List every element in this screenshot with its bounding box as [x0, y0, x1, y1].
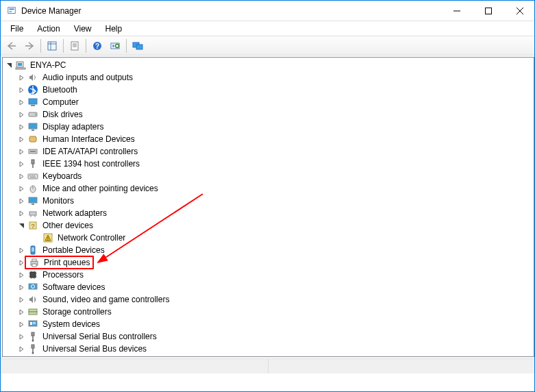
tree-item-ide-ata-atapi-controllers[interactable]: IDE ATA/ATAPI controllers: [3, 145, 534, 158]
window-title: Device Manager: [21, 6, 81, 16]
svg-rect-33: [30, 151, 36, 152]
tree-item-print-queues[interactable]: Print queues: [3, 256, 534, 269]
svg-rect-69: [29, 309, 37, 312]
warning-icon: !: [42, 232, 53, 243]
tree-item-label: Keyboards: [41, 171, 83, 181]
keyboard-icon: [27, 171, 38, 182]
expander-icon[interactable]: [16, 196, 26, 206]
display-icon: [27, 121, 38, 132]
tree-item-label: Sound, video and game controllers: [41, 295, 171, 304]
tree-item-network-controller[interactable]: ! Network Controller: [3, 232, 534, 244]
monitor-icon: [27, 195, 38, 206]
tree-item-processors[interactable]: Processors: [3, 269, 534, 281]
expander-spacer: [32, 233, 41, 243]
device-tree[interactable]: ENYA-PC Audio inputs and outputs Bluetoo…: [2, 57, 534, 357]
expander-icon[interactable]: [16, 332, 26, 341]
expander-icon[interactable]: [16, 221, 26, 230]
expander-icon[interactable]: [16, 245, 26, 255]
usb-icon: [27, 331, 38, 342]
expander-icon[interactable]: [16, 295, 26, 304]
expander-icon[interactable]: [16, 97, 26, 107]
svg-rect-44: [32, 204, 34, 205]
expander-icon[interactable]: [16, 208, 26, 218]
expander-icon[interactable]: [16, 159, 26, 169]
toolbar-scan-hardware-button[interactable]: [107, 38, 123, 53]
tree-item-label: Mice and other pointing devices: [41, 184, 160, 193]
svg-rect-45: [29, 212, 36, 215]
svg-point-28: [35, 114, 36, 115]
svg-rect-70: [29, 312, 37, 315]
tree-item-keyboards[interactable]: Keyboards: [3, 170, 534, 182]
expander-icon[interactable]: [16, 282, 26, 292]
tree-item-bluetooth[interactable]: Bluetooth: [3, 84, 534, 96]
svg-rect-2: [10, 11, 12, 12]
app-icon: [6, 5, 17, 16]
tree-item-sound-video-and-game-controllers[interactable]: Sound, video and game controllers: [3, 293, 534, 306]
printer-icon: [29, 257, 40, 268]
menu-action[interactable]: Action: [32, 23, 65, 35]
expander-icon[interactable]: [16, 319, 26, 329]
tree-item-computer[interactable]: Computer: [3, 96, 534, 108]
svg-rect-0: [8, 7, 16, 13]
other-icon: ?: [27, 220, 38, 231]
speaker-icon: [27, 72, 38, 83]
expander-icon[interactable]: [16, 122, 26, 132]
menu-help[interactable]: Help: [100, 23, 128, 35]
computer-icon: [27, 97, 38, 108]
menu-file[interactable]: File: [5, 23, 29, 35]
tree-item-universal-serial-bus-devices[interactable]: Universal Serial Bus devices: [3, 343, 534, 355]
expander-icon[interactable]: [16, 307, 26, 317]
expander-icon[interactable]: [16, 270, 26, 280]
maximize-button[interactable]: [473, 1, 504, 21]
tree-root-node[interactable]: ENYA-PC: [3, 59, 534, 71]
close-button[interactable]: [504, 1, 535, 21]
tree-item-label: Universal Serial Bus devices: [41, 344, 148, 354]
tree-item-label: Software devices: [41, 282, 106, 292]
tree-item-label: Processors: [41, 270, 85, 280]
tree-item-audio-inputs-and-outputs[interactable]: Audio inputs and outputs: [3, 71, 534, 84]
toolbar-help-button[interactable]: ?: [89, 38, 105, 53]
tree-item-human-interface-devices[interactable]: Human Interface Devices: [3, 133, 534, 145]
menu-view[interactable]: View: [69, 23, 97, 35]
tree-item-software-devices[interactable]: Software devices: [3, 281, 534, 293]
toolbar-separator: [126, 39, 127, 53]
expander-icon[interactable]: [16, 344, 26, 354]
tree-item-other-devices[interactable]: ? Other devices: [3, 219, 534, 232]
expander-icon[interactable]: [16, 171, 26, 181]
toolbar-back-button[interactable]: [3, 38, 20, 53]
minimize-button[interactable]: [441, 1, 473, 21]
tree-item-network-adapters[interactable]: Network adapters: [3, 207, 534, 219]
tree-item-monitors[interactable]: Monitors: [3, 195, 534, 207]
svg-rect-31: [29, 136, 36, 142]
expander-icon[interactable]: [16, 134, 26, 144]
tree-item-universal-serial-bus-controllers[interactable]: Universal Serial Bus controllers: [3, 330, 534, 343]
tree-item-label: Display adapters: [41, 122, 105, 132]
tree-item-label: Audio inputs and outputs: [41, 73, 134, 82]
expander-icon[interactable]: [16, 184, 26, 193]
disk-icon: [27, 109, 38, 120]
tree-item-system-devices[interactable]: System devices: [3, 318, 534, 330]
expander-icon[interactable]: [16, 110, 26, 119]
svg-rect-26: [31, 105, 35, 106]
tree-item-disk-drives[interactable]: Disk drives: [3, 108, 534, 121]
tree-item-portable-devices[interactable]: Portable Devices: [3, 244, 534, 256]
tree-item-ieee-1394-host-controllers[interactable]: IEEE 1394 host controllers: [3, 158, 534, 170]
expander-icon[interactable]: [16, 73, 26, 82]
tree-item-storage-controllers[interactable]: Storage controllers: [3, 306, 534, 318]
tree-item-label: Human Interface Devices: [41, 134, 136, 144]
tree-item-label: Computer: [41, 97, 80, 107]
svg-rect-43: [29, 197, 37, 203]
svg-rect-1: [10, 8, 14, 10]
svg-point-80: [32, 352, 34, 354]
expander-icon[interactable]: [16, 85, 26, 95]
tree-item-display-adapters[interactable]: Display adapters: [3, 121, 534, 133]
titlebar: Device Manager: [1, 1, 535, 21]
toolbar-forward-button[interactable]: [21, 38, 38, 53]
toolbar-monitors-button[interactable]: [129, 38, 146, 53]
tree-item-mice-and-other-pointing-devices[interactable]: Mice and other pointing devices: [3, 182, 534, 195]
svg-rect-57: [32, 264, 36, 267]
toolbar-properties-button[interactable]: [66, 38, 83, 53]
toolbar-show-hide-tree-button[interactable]: [44, 38, 60, 53]
expander-icon[interactable]: [4, 60, 14, 70]
expander-icon[interactable]: [16, 147, 26, 156]
